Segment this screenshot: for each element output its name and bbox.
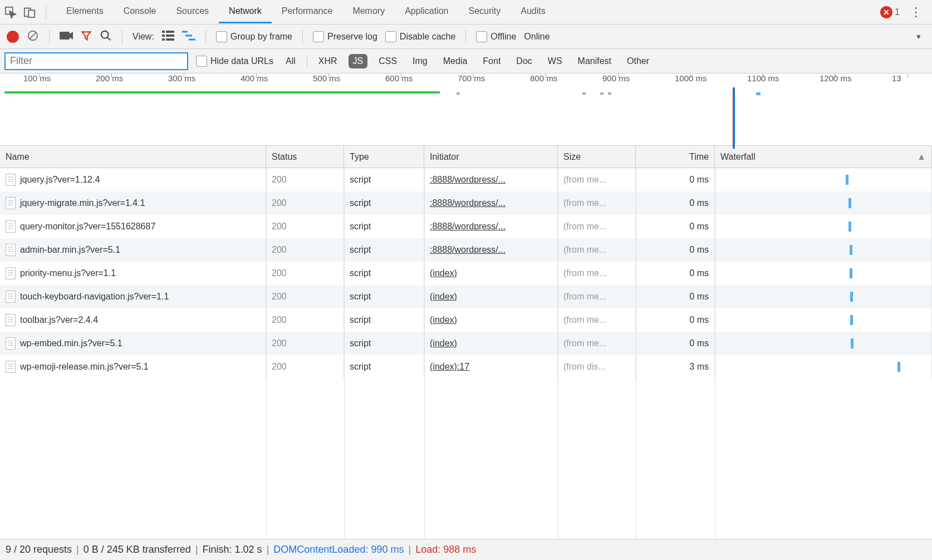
table-row[interactable]: jquery.js?ver=1.12.4200script:8888/wordp… bbox=[0, 168, 932, 191]
requests-table-body[interactable]: jquery.js?ver=1.12.4200script:8888/wordp… bbox=[0, 168, 932, 539]
table-row[interactable]: jquery-migrate.min.js?ver=1.4.1200script… bbox=[0, 191, 932, 215]
request-waterfall bbox=[715, 285, 932, 308]
offline-checkbox[interactable]: Offline bbox=[476, 31, 516, 42]
separator bbox=[465, 30, 466, 44]
column-header-type[interactable]: Type bbox=[344, 146, 424, 168]
svg-rect-10 bbox=[162, 35, 165, 37]
hide-data-urls-checkbox[interactable]: Hide data URLs bbox=[196, 56, 273, 67]
filter-input[interactable] bbox=[4, 52, 188, 70]
filter-type-xhr[interactable]: XHR bbox=[314, 54, 342, 68]
table-row[interactable]: wp-emoji-release.min.js?ver=5.1200script… bbox=[0, 355, 932, 379]
throttling-dropdown-icon[interactable]: ▼ bbox=[915, 33, 922, 41]
filter-type-all[interactable]: All bbox=[281, 54, 300, 68]
filter-type-js[interactable]: JS bbox=[349, 54, 368, 68]
filter-type-doc[interactable]: Doc bbox=[512, 54, 536, 68]
load-marker bbox=[733, 87, 734, 149]
requests-table-header: Name Status Type Initiator Size Time Wat… bbox=[0, 146, 932, 168]
filter-type-css[interactable]: CSS bbox=[374, 54, 401, 68]
table-row[interactable]: touch-keyboard-navigation.js?ver=1.1200s… bbox=[0, 285, 932, 308]
device-toggle-icon[interactable] bbox=[23, 6, 36, 18]
request-initiator[interactable]: :8888/wordpress/... bbox=[424, 215, 558, 238]
request-time: 0 ms bbox=[636, 262, 715, 285]
request-initiator[interactable]: (index):17 bbox=[424, 355, 558, 379]
tab-audits[interactable]: Audits bbox=[511, 1, 555, 23]
request-initiator[interactable]: :8888/wordpress/... bbox=[424, 168, 558, 191]
disable-cache-checkbox[interactable]: Disable cache bbox=[385, 31, 456, 42]
column-header-waterfall[interactable]: Waterfall▲ bbox=[715, 146, 932, 168]
column-header-initiator[interactable]: Initiator bbox=[424, 146, 558, 168]
filter-type-ws[interactable]: WS bbox=[543, 54, 567, 68]
file-icon bbox=[6, 267, 16, 279]
screenshot-icon[interactable] bbox=[60, 31, 73, 43]
filter-type-font[interactable]: Font bbox=[478, 54, 505, 68]
filter-bar: Hide data URLs AllXHRJSCSSImgMediaFontDo… bbox=[0, 49, 932, 73]
request-type: script bbox=[344, 168, 424, 191]
throttling-select[interactable]: Online bbox=[524, 32, 550, 42]
filter-toggle-icon[interactable] bbox=[81, 30, 92, 43]
tab-application[interactable]: Application bbox=[395, 1, 458, 23]
filter-type-other[interactable]: Other bbox=[622, 54, 654, 68]
column-header-status[interactable]: Status bbox=[266, 146, 344, 168]
request-initiator[interactable]: :8888/wordpress/... bbox=[424, 238, 558, 262]
tab-console[interactable]: Console bbox=[114, 1, 166, 23]
column-header-size[interactable]: Size bbox=[558, 146, 636, 168]
status-load: Load: 988 ms bbox=[415, 544, 476, 556]
filter-type-img[interactable]: Img bbox=[408, 54, 432, 68]
table-row[interactable]: toolbar.js?ver=2.4.4200script(index)(fro… bbox=[0, 308, 932, 332]
record-button[interactable] bbox=[7, 31, 19, 43]
timeline-marker bbox=[756, 92, 761, 95]
request-initiator[interactable]: (index) bbox=[424, 285, 558, 308]
column-header-time[interactable]: Time bbox=[636, 146, 715, 168]
request-time: 0 ms bbox=[636, 308, 715, 332]
tab-network[interactable]: Network bbox=[219, 1, 272, 23]
waterfall-view-icon[interactable] bbox=[182, 31, 195, 43]
timeline-overview[interactable]: 100 ms200 ms300 ms400 ms500 ms600 ms700 … bbox=[0, 73, 932, 146]
filter-type-media[interactable]: Media bbox=[439, 54, 472, 68]
table-row[interactable]: admin-bar.min.js?ver=5.1200script:8888/w… bbox=[0, 238, 932, 262]
request-status: 200 bbox=[266, 355, 344, 379]
tab-performance[interactable]: Performance bbox=[272, 1, 343, 23]
request-type: script bbox=[344, 355, 424, 379]
separator bbox=[46, 5, 46, 19]
request-time: 0 ms bbox=[636, 332, 715, 355]
svg-rect-11 bbox=[166, 35, 174, 37]
large-rows-icon[interactable] bbox=[162, 31, 174, 43]
tab-elements[interactable]: Elements bbox=[56, 1, 114, 23]
request-initiator[interactable]: :8888/wordpress/... bbox=[424, 191, 558, 215]
request-time: 0 ms bbox=[636, 215, 715, 238]
inspect-element-icon[interactable] bbox=[4, 6, 17, 18]
group-by-frame-checkbox[interactable]: Group by frame bbox=[216, 31, 292, 42]
request-status: 200 bbox=[266, 168, 344, 191]
error-count-text: 1 bbox=[895, 7, 900, 17]
clear-button[interactable] bbox=[27, 30, 39, 44]
network-toolbar: View: Group by frame Preserve log Disabl… bbox=[0, 24, 932, 49]
filter-type-manifest[interactable]: Manifest bbox=[573, 54, 616, 68]
timeline-tick-mark bbox=[328, 73, 329, 78]
request-initiator[interactable]: (index) bbox=[424, 332, 558, 355]
separator bbox=[205, 30, 206, 44]
timeline-marker bbox=[582, 92, 586, 95]
tab-memory[interactable]: Memory bbox=[342, 1, 395, 23]
column-header-name[interactable]: Name bbox=[0, 146, 266, 168]
error-count-badge[interactable]: ✕ 1 bbox=[880, 6, 900, 18]
request-initiator[interactable]: (index) bbox=[424, 262, 558, 285]
request-size: (from me... bbox=[558, 238, 636, 262]
search-icon[interactable] bbox=[100, 30, 112, 44]
timeline-tick-mark bbox=[763, 73, 763, 78]
table-row[interactable]: priority-menu.js?ver=1.1200script(index)… bbox=[0, 262, 932, 285]
tab-security[interactable]: Security bbox=[458, 1, 511, 23]
table-row[interactable]: wp-embed.min.js?ver=5.1200script(index)(… bbox=[0, 332, 932, 355]
table-row[interactable]: query-monitor.js?ver=1551628687200script… bbox=[0, 215, 932, 238]
status-domcontentloaded: DOMContentLoaded: 990 ms bbox=[273, 544, 404, 556]
request-type: script bbox=[344, 262, 424, 285]
group-by-frame-label: Group by frame bbox=[230, 32, 292, 42]
request-initiator[interactable]: (index) bbox=[424, 308, 558, 332]
request-name: query-monitor.js?ver=1551628687 bbox=[20, 222, 155, 232]
more-menu-icon[interactable]: ⋮ bbox=[908, 5, 924, 19]
tab-sources[interactable]: Sources bbox=[166, 1, 219, 23]
preserve-log-checkbox[interactable]: Preserve log bbox=[313, 31, 377, 42]
svg-rect-8 bbox=[162, 31, 165, 33]
timeline-tick-label: 13 bbox=[892, 73, 901, 83]
request-time: 3 ms bbox=[636, 355, 715, 379]
preserve-log-label: Preserve log bbox=[327, 32, 377, 42]
